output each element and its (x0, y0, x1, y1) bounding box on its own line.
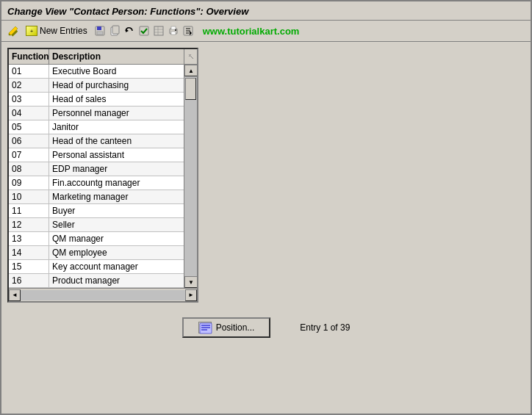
cell-description: Head of purchasing (49, 79, 184, 92)
cell-function: 08 (9, 162, 49, 176)
scroll-thumb[interactable] (185, 78, 196, 100)
svg-rect-10 (154, 26, 163, 35)
new-entries-icon: + (26, 26, 37, 36)
table-row[interactable]: 16Product manager (9, 274, 184, 288)
table-row[interactable]: 11Buyer (9, 204, 184, 218)
table-header: Function Description (9, 49, 197, 65)
col-description-header: Description (49, 49, 184, 64)
table-row[interactable]: 07Personal assistant (9, 148, 184, 162)
horizontal-scrollbar[interactable]: ◄ ► (9, 288, 197, 301)
cell-description: Janitor (49, 120, 184, 134)
cell-function: 02 (9, 79, 49, 92)
svg-rect-9 (140, 26, 148, 35)
cell-description: Seller (49, 218, 184, 231)
cell-function: 14 (9, 246, 49, 259)
bottom-bar: Position... Entry 1 of 39 (7, 311, 525, 344)
cell-function: 03 (9, 93, 49, 106)
window-title: Change View "Contact Person: Functions":… (7, 6, 525, 17)
table-row[interactable]: 03Head of sales (9, 93, 184, 107)
cell-function: 06 (9, 134, 49, 148)
watermark: www.tutorialkart.com (203, 26, 300, 37)
cell-description: Marketing manager (49, 190, 184, 203)
svg-rect-4 (97, 26, 101, 30)
cell-function: 15 (9, 260, 49, 273)
cell-description: Product manager (49, 274, 184, 287)
table-row[interactable]: 13QM manager (9, 232, 184, 246)
cell-function: 10 (9, 190, 49, 203)
cell-description: EDP manager (49, 162, 184, 176)
edit-icon (7, 25, 19, 37)
scroll-track[interactable] (184, 76, 197, 276)
svg-rect-16 (171, 32, 176, 35)
toolbar: + New Entries (1, 21, 531, 42)
table-body: 01Executive Board02Head of purchasing03H… (9, 65, 184, 288)
scroll-left-button[interactable]: ◄ (9, 289, 21, 301)
table-row[interactable]: 10Marketing manager (9, 190, 184, 204)
table-row[interactable]: 15Key account manager (9, 260, 184, 274)
cell-description: Personnel manager (49, 107, 184, 120)
export-icon[interactable] (182, 25, 194, 37)
svg-point-17 (175, 29, 176, 31)
cell-function: 16 (9, 274, 49, 287)
table-row[interactable]: 12Seller (9, 218, 184, 232)
undo-icon[interactable] (123, 25, 135, 37)
main-content: Function Description 01Executive Board02… (1, 42, 531, 414)
hscroll-track[interactable] (21, 290, 185, 300)
cell-function: 13 (9, 232, 49, 245)
table-row[interactable]: 01Executive Board (9, 65, 184, 79)
main-window: Change View "Contact Person: Functions":… (0, 0, 532, 415)
data-table: Function Description 01Executive Board02… (7, 48, 198, 303)
table-row[interactable]: 05Janitor (9, 120, 184, 134)
svg-rect-25 (200, 323, 212, 333)
cell-function: 09 (9, 176, 49, 190)
cell-description: Personal assistant (49, 148, 184, 162)
cell-function: 11 (9, 204, 49, 217)
table-row[interactable]: 06Head of the canteen (9, 134, 184, 148)
svg-rect-5 (97, 32, 103, 35)
table-body-wrapper: 01Executive Board02Head of purchasing03H… (9, 65, 197, 288)
col-function-header: Function (9, 49, 49, 64)
table-row[interactable]: 09Fin.accountg manager (9, 176, 184, 190)
new-entries-label: New Entries (40, 26, 87, 36)
vertical-scrollbar[interactable]: ▲ ▼ (184, 65, 197, 288)
print-icon[interactable] (168, 25, 179, 37)
cell-description: QM employee (49, 246, 184, 259)
check-icon[interactable] (138, 25, 150, 37)
cell-function: 07 (9, 148, 49, 162)
position-icon (198, 322, 212, 333)
position-button-label: Position... (216, 322, 255, 333)
entry-info: Entry 1 of 39 (300, 322, 350, 333)
position-button[interactable]: Position... (182, 317, 271, 338)
cell-description: Head of the canteen (49, 134, 184, 148)
table-row[interactable]: 04Personnel manager (9, 107, 184, 120)
table-row[interactable]: 08EDP manager (9, 162, 184, 176)
col-scroll-header (184, 49, 197, 64)
cell-description: Buyer (49, 204, 184, 217)
svg-rect-7 (112, 26, 119, 34)
cell-function: 12 (9, 218, 49, 231)
table-row[interactable]: 02Head of purchasing (9, 79, 184, 93)
cell-description: Fin.accountg manager (49, 176, 184, 190)
svg-rect-15 (171, 26, 176, 29)
position-btn-icon (199, 322, 212, 334)
table-row[interactable]: 14QM employee (9, 246, 184, 260)
scroll-up-button[interactable]: ▲ (184, 65, 197, 76)
cell-description: QM manager (49, 232, 184, 245)
new-entries-button[interactable]: + New Entries (22, 24, 91, 38)
column-resize-icon (187, 53, 195, 60)
svg-marker-8 (126, 29, 129, 32)
save-icon[interactable] (94, 25, 106, 37)
copy-icon[interactable] (109, 25, 121, 37)
cell-description: Executive Board (49, 65, 184, 78)
svg-line-23 (189, 54, 193, 59)
cell-description: Head of sales (49, 93, 184, 106)
table-icon[interactable] (153, 25, 165, 37)
scroll-right-button[interactable]: ► (185, 289, 197, 301)
cell-function: 05 (9, 120, 49, 134)
cell-function: 04 (9, 107, 49, 120)
scroll-down-button[interactable]: ▼ (184, 276, 197, 288)
cell-function: 01 (9, 65, 49, 78)
cell-description: Key account manager (49, 260, 184, 273)
title-bar: Change View "Contact Person: Functions":… (1, 1, 531, 21)
